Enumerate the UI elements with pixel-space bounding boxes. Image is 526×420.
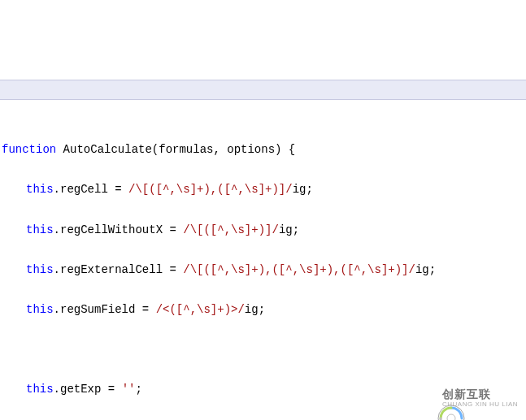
current-line-highlight — [0, 80, 526, 100]
regex-flags: ig — [293, 183, 306, 196]
assign: .regSumField = — [54, 303, 156, 316]
code-line: this.regCellWithoutX = /\[([^,\s]+)]/ig; — [2, 220, 526, 240]
regex-literal: /\[([^,\s]+)]/ — [183, 223, 279, 236]
assign: .regCellWithoutX = — [54, 223, 184, 236]
code-block: function AutoCalculate(formulas, options… — [0, 120, 526, 420]
assign: .regExternalCell = — [54, 263, 184, 276]
regex-flags: ig — [415, 263, 429, 276]
string-literal: '' — [122, 383, 136, 396]
code-line-blank — [2, 340, 526, 360]
keyword-this: this — [26, 183, 54, 196]
semicolon: ; — [135, 383, 141, 396]
code-line: this.regExternalCell = /\[([^,\s]+),([^,… — [2, 260, 526, 280]
semicolon: ; — [306, 183, 312, 196]
keyword-this: this — [26, 303, 54, 316]
regex-flags: ig — [279, 223, 293, 236]
regex-flags: ig — [245, 303, 259, 316]
watermark: 创新互联 CHUANG XIN HU LIAN — [410, 384, 518, 412]
semicolon: ; — [429, 263, 436, 276]
code-line: this.regCell = /\[([^,\s]+),([^,\s]+)]/i… — [2, 180, 526, 200]
regex-literal: /<([^,\s]+)>/ — [156, 303, 245, 316]
semicolon: ; — [259, 303, 265, 316]
keyword-this: this — [26, 223, 54, 236]
code-line: this.regSumField = /<([^,\s]+)>/ig; — [2, 300, 526, 320]
assign: .regCell = — [54, 183, 128, 196]
keyword-this: this — [26, 263, 54, 276]
watermark-text-cn: 创新互联 — [442, 388, 518, 400]
fn-signature: AutoCalculate(formulas, options) { — [56, 143, 295, 156]
semicolon: ; — [293, 223, 299, 236]
svg-point-1 — [447, 414, 455, 420]
regex-literal: /\[([^,\s]+),([^,\s]+)]/ — [128, 183, 293, 196]
code-line: function AutoCalculate(formulas, options… — [2, 140, 526, 160]
assign: .getExp = — [54, 383, 122, 396]
keyword-function: function — [2, 143, 56, 156]
keyword-this: this — [26, 383, 54, 396]
regex-literal: /\[([^,\s]+),([^,\s]+),([^,\s]+)]/ — [183, 263, 415, 276]
watermark-logo-icon — [410, 384, 437, 412]
